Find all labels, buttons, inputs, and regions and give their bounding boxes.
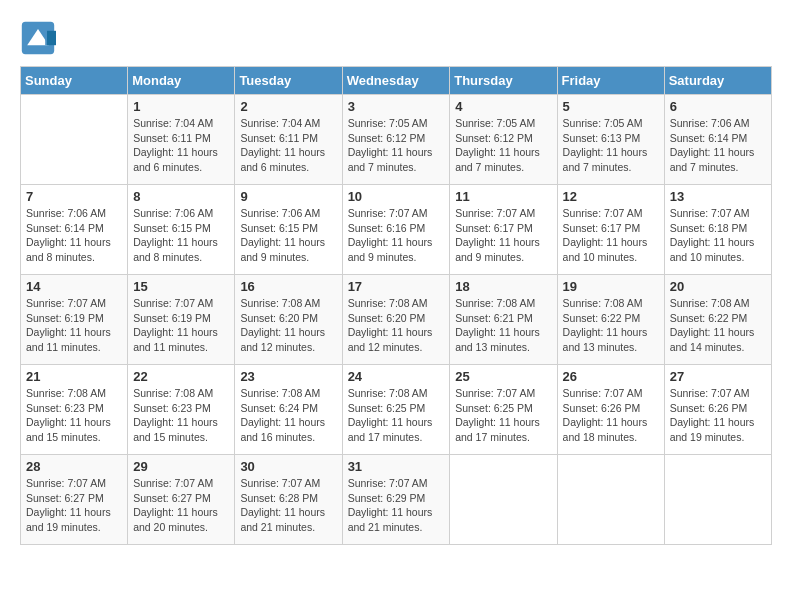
day-number: 12 [563,189,659,204]
day-number: 22 [133,369,229,384]
calendar-day-cell: 10Sunrise: 7:07 AMSunset: 6:16 PMDayligh… [342,185,450,275]
day-detail: Sunrise: 7:08 AMSunset: 6:22 PMDaylight:… [563,296,659,355]
day-header: Monday [128,67,235,95]
calendar-day-cell: 31Sunrise: 7:07 AMSunset: 6:29 PMDayligh… [342,455,450,545]
day-number: 14 [26,279,122,294]
day-detail: Sunrise: 7:05 AMSunset: 6:12 PMDaylight:… [455,116,551,175]
day-number: 28 [26,459,122,474]
day-detail: Sunrise: 7:06 AMSunset: 6:14 PMDaylight:… [670,116,766,175]
day-header: Saturday [664,67,771,95]
day-number: 18 [455,279,551,294]
day-detail: Sunrise: 7:07 AMSunset: 6:17 PMDaylight:… [455,206,551,265]
day-detail: Sunrise: 7:05 AMSunset: 6:12 PMDaylight:… [348,116,445,175]
calendar-day-cell: 30Sunrise: 7:07 AMSunset: 6:28 PMDayligh… [235,455,342,545]
day-header: Wednesday [342,67,450,95]
calendar-day-cell: 28Sunrise: 7:07 AMSunset: 6:27 PMDayligh… [21,455,128,545]
day-header: Sunday [21,67,128,95]
calendar-day-cell: 23Sunrise: 7:08 AMSunset: 6:24 PMDayligh… [235,365,342,455]
day-detail: Sunrise: 7:08 AMSunset: 6:23 PMDaylight:… [26,386,122,445]
day-detail: Sunrise: 7:08 AMSunset: 6:21 PMDaylight:… [455,296,551,355]
calendar-day-cell [450,455,557,545]
day-number: 8 [133,189,229,204]
day-number: 27 [670,369,766,384]
day-number: 7 [26,189,122,204]
day-number: 15 [133,279,229,294]
day-detail: Sunrise: 7:07 AMSunset: 6:27 PMDaylight:… [26,476,122,535]
calendar-day-cell: 22Sunrise: 7:08 AMSunset: 6:23 PMDayligh… [128,365,235,455]
calendar-day-cell [664,455,771,545]
calendar-week-row: 7Sunrise: 7:06 AMSunset: 6:14 PMDaylight… [21,185,772,275]
calendar-day-cell: 11Sunrise: 7:07 AMSunset: 6:17 PMDayligh… [450,185,557,275]
calendar-day-cell: 21Sunrise: 7:08 AMSunset: 6:23 PMDayligh… [21,365,128,455]
page-header [20,20,772,56]
day-detail: Sunrise: 7:08 AMSunset: 6:22 PMDaylight:… [670,296,766,355]
calendar-week-row: 1Sunrise: 7:04 AMSunset: 6:11 PMDaylight… [21,95,772,185]
calendar-week-row: 14Sunrise: 7:07 AMSunset: 6:19 PMDayligh… [21,275,772,365]
calendar-day-cell: 5Sunrise: 7:05 AMSunset: 6:13 PMDaylight… [557,95,664,185]
day-number: 11 [455,189,551,204]
day-header: Thursday [450,67,557,95]
calendar-week-row: 28Sunrise: 7:07 AMSunset: 6:27 PMDayligh… [21,455,772,545]
day-number: 5 [563,99,659,114]
calendar-day-cell: 12Sunrise: 7:07 AMSunset: 6:17 PMDayligh… [557,185,664,275]
day-number: 23 [240,369,336,384]
day-number: 25 [455,369,551,384]
day-detail: Sunrise: 7:04 AMSunset: 6:11 PMDaylight:… [240,116,336,175]
calendar-day-cell: 29Sunrise: 7:07 AMSunset: 6:27 PMDayligh… [128,455,235,545]
day-detail: Sunrise: 7:07 AMSunset: 6:19 PMDaylight:… [26,296,122,355]
calendar-day-cell: 14Sunrise: 7:07 AMSunset: 6:19 PMDayligh… [21,275,128,365]
day-number: 16 [240,279,336,294]
day-number: 26 [563,369,659,384]
calendar-day-cell: 8Sunrise: 7:06 AMSunset: 6:15 PMDaylight… [128,185,235,275]
calendar-day-cell: 1Sunrise: 7:04 AMSunset: 6:11 PMDaylight… [128,95,235,185]
day-detail: Sunrise: 7:07 AMSunset: 6:19 PMDaylight:… [133,296,229,355]
day-number: 4 [455,99,551,114]
day-number: 20 [670,279,766,294]
day-detail: Sunrise: 7:08 AMSunset: 6:25 PMDaylight:… [348,386,445,445]
day-number: 2 [240,99,336,114]
calendar-day-cell: 24Sunrise: 7:08 AMSunset: 6:25 PMDayligh… [342,365,450,455]
svg-marker-3 [47,31,56,45]
day-number: 31 [348,459,445,474]
day-detail: Sunrise: 7:07 AMSunset: 6:27 PMDaylight:… [133,476,229,535]
day-detail: Sunrise: 7:07 AMSunset: 6:26 PMDaylight:… [563,386,659,445]
day-detail: Sunrise: 7:06 AMSunset: 6:14 PMDaylight:… [26,206,122,265]
calendar-day-cell: 13Sunrise: 7:07 AMSunset: 6:18 PMDayligh… [664,185,771,275]
logo-icon [20,20,56,56]
calendar-day-cell: 25Sunrise: 7:07 AMSunset: 6:25 PMDayligh… [450,365,557,455]
calendar-day-cell: 9Sunrise: 7:06 AMSunset: 6:15 PMDaylight… [235,185,342,275]
calendar-day-cell: 4Sunrise: 7:05 AMSunset: 6:12 PMDaylight… [450,95,557,185]
day-number: 1 [133,99,229,114]
day-header: Friday [557,67,664,95]
calendar-day-cell: 16Sunrise: 7:08 AMSunset: 6:20 PMDayligh… [235,275,342,365]
calendar-day-cell: 19Sunrise: 7:08 AMSunset: 6:22 PMDayligh… [557,275,664,365]
logo [20,20,60,56]
calendar-day-cell: 18Sunrise: 7:08 AMSunset: 6:21 PMDayligh… [450,275,557,365]
calendar-day-cell: 20Sunrise: 7:08 AMSunset: 6:22 PMDayligh… [664,275,771,365]
day-detail: Sunrise: 7:08 AMSunset: 6:20 PMDaylight:… [240,296,336,355]
day-number: 30 [240,459,336,474]
day-detail: Sunrise: 7:07 AMSunset: 6:18 PMDaylight:… [670,206,766,265]
calendar-day-cell: 17Sunrise: 7:08 AMSunset: 6:20 PMDayligh… [342,275,450,365]
day-number: 9 [240,189,336,204]
calendar-day-cell: 15Sunrise: 7:07 AMSunset: 6:19 PMDayligh… [128,275,235,365]
calendar-day-cell: 7Sunrise: 7:06 AMSunset: 6:14 PMDaylight… [21,185,128,275]
day-detail: Sunrise: 7:08 AMSunset: 6:20 PMDaylight:… [348,296,445,355]
day-number: 17 [348,279,445,294]
day-detail: Sunrise: 7:08 AMSunset: 6:24 PMDaylight:… [240,386,336,445]
day-header: Tuesday [235,67,342,95]
day-number: 13 [670,189,766,204]
day-number: 29 [133,459,229,474]
calendar-day-cell: 27Sunrise: 7:07 AMSunset: 6:26 PMDayligh… [664,365,771,455]
day-detail: Sunrise: 7:08 AMSunset: 6:23 PMDaylight:… [133,386,229,445]
calendar-day-cell: 6Sunrise: 7:06 AMSunset: 6:14 PMDaylight… [664,95,771,185]
day-detail: Sunrise: 7:07 AMSunset: 6:16 PMDaylight:… [348,206,445,265]
calendar-week-row: 21Sunrise: 7:08 AMSunset: 6:23 PMDayligh… [21,365,772,455]
day-detail: Sunrise: 7:07 AMSunset: 6:28 PMDaylight:… [240,476,336,535]
day-detail: Sunrise: 7:05 AMSunset: 6:13 PMDaylight:… [563,116,659,175]
day-number: 10 [348,189,445,204]
calendar-day-cell: 26Sunrise: 7:07 AMSunset: 6:26 PMDayligh… [557,365,664,455]
day-detail: Sunrise: 7:04 AMSunset: 6:11 PMDaylight:… [133,116,229,175]
calendar-header-row: SundayMondayTuesdayWednesdayThursdayFrid… [21,67,772,95]
day-detail: Sunrise: 7:07 AMSunset: 6:26 PMDaylight:… [670,386,766,445]
